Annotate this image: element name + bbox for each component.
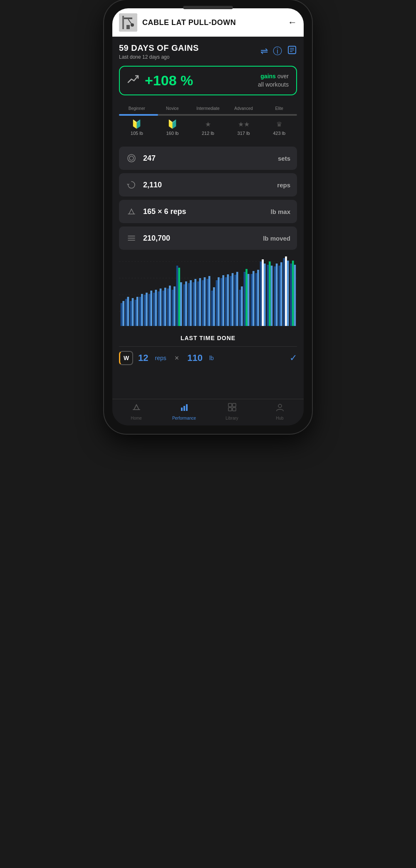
svg-rect-37	[155, 290, 157, 326]
gains-percent: +108 %	[145, 72, 193, 89]
max-value: 165 × 6 reps	[143, 207, 270, 216]
svg-rect-64	[218, 277, 220, 326]
separator: ×	[175, 354, 179, 363]
svg-rect-104	[228, 403, 232, 407]
svg-rect-92	[283, 258, 285, 326]
days-stats: 59 DAYS OF GAINS Last done 12 days ago	[119, 43, 199, 60]
svg-rect-47	[178, 268, 180, 326]
nav-home[interactable]: Home	[112, 403, 160, 420]
nav-performance[interactable]: Performance	[160, 403, 208, 420]
level-bar-fill	[119, 114, 158, 116]
svg-rect-61	[211, 291, 213, 326]
gains-card: +108 % gains overall workouts	[119, 66, 297, 95]
svg-line-12	[129, 209, 131, 214]
phone-frame: CABLE LAT PULL-DOWN ← 59 DAYS OF GAINS L…	[104, 0, 312, 434]
svg-rect-62	[213, 287, 215, 326]
level-bar-container: Beginner Novice Intermediate Advanced El…	[119, 103, 297, 139]
svg-rect-57	[202, 280, 204, 326]
svg-rect-50	[185, 281, 187, 326]
svg-rect-53	[193, 282, 195, 326]
weight-advanced: 317 lb	[238, 131, 250, 136]
svg-rect-86	[269, 261, 271, 326]
weight-intermediate: 212 lb	[202, 131, 214, 136]
moved-value: 210,700	[143, 234, 263, 243]
svg-point-10	[128, 154, 135, 162]
marker-elite: ♛ 423 lb	[261, 119, 297, 136]
level-markers: 🔰 105 lb 🔰 160 lb ★ 212 lb ★★ 317 lb	[119, 119, 297, 136]
svg-rect-38	[158, 291, 160, 326]
sets-unit: sets	[278, 155, 290, 162]
badge-elite: ♛	[274, 119, 284, 129]
weight-elite: 423 lb	[273, 131, 285, 136]
max-unit: lb max	[270, 208, 290, 215]
svg-rect-72	[236, 272, 238, 326]
svg-rect-81	[257, 270, 259, 326]
weight-beginner: 105 lb	[131, 131, 143, 136]
weight-novice: 160 lb	[166, 131, 178, 136]
last-time-label: LAST TIME DONE	[119, 335, 297, 341]
svg-rect-60	[208, 276, 210, 326]
svg-rect-75	[244, 272, 246, 326]
svg-rect-56	[199, 278, 201, 326]
svg-rect-73	[239, 290, 241, 326]
svg-rect-79	[253, 271, 255, 326]
svg-rect-83	[262, 259, 264, 326]
badge-beginner: 🔰	[132, 119, 142, 129]
svg-point-4	[131, 23, 134, 27]
performance-icon	[180, 403, 189, 414]
svg-rect-74	[241, 286, 243, 326]
gains-description: gains overall workouts	[258, 72, 289, 89]
svg-rect-105	[233, 403, 236, 407]
svg-rect-65	[220, 278, 223, 326]
svg-rect-103	[186, 404, 188, 411]
svg-rect-26	[130, 301, 132, 326]
svg-rect-96	[292, 261, 294, 326]
svg-rect-106	[228, 408, 232, 411]
phone-screen: CABLE LAT PULL-DOWN ← 59 DAYS OF GAINS L…	[112, 8, 304, 425]
workout-badge: W	[119, 351, 133, 365]
stat-sets: 247 sets	[119, 147, 297, 170]
notes-icon[interactable]	[287, 45, 297, 57]
svg-rect-95	[290, 264, 292, 326]
workout-set-row: W 12 reps × 110 lb ✓	[119, 346, 297, 369]
svg-rect-58	[204, 277, 206, 326]
library-icon	[228, 403, 237, 414]
stat-max: 165 × 6 reps lb max	[119, 200, 297, 223]
level-bar-track	[119, 114, 297, 116]
level-intermediate: Intermediate	[190, 106, 226, 111]
last-reps-value: 12	[138, 353, 148, 363]
nav-hub[interactable]: Hub	[256, 403, 304, 420]
marker-intermediate: ★ 212 lb	[190, 119, 226, 136]
svg-rect-30	[139, 297, 141, 326]
svg-rect-69	[230, 276, 232, 326]
back-button[interactable]: ←	[288, 17, 297, 28]
svg-rect-51	[188, 283, 190, 326]
svg-rect-52	[190, 280, 192, 326]
svg-rect-46	[176, 266, 178, 326]
svg-rect-41	[164, 288, 166, 326]
svg-rect-67	[225, 277, 227, 326]
svg-rect-59	[206, 279, 208, 326]
svg-rect-39	[160, 289, 162, 326]
nav-library[interactable]: Library	[208, 403, 256, 420]
svg-rect-24	[125, 299, 127, 326]
reps-icon	[126, 179, 137, 191]
svg-rect-78	[250, 274, 253, 326]
moved-unit: lb moved	[263, 235, 290, 242]
svg-rect-31	[141, 294, 143, 326]
level-novice: Novice	[155, 106, 191, 111]
badge-novice: 🔰	[167, 119, 177, 129]
svg-rect-29	[136, 297, 139, 326]
svg-rect-77	[248, 274, 250, 326]
svg-rect-101	[181, 408, 183, 411]
compare-icon[interactable]: ⇌	[260, 46, 268, 57]
svg-rect-97	[294, 265, 296, 326]
info-icon[interactable]: ⓘ	[273, 45, 282, 57]
svg-rect-94	[287, 261, 289, 326]
svg-rect-33	[146, 293, 148, 326]
moved-icon	[126, 232, 137, 244]
svg-rect-70	[232, 273, 234, 326]
last-reps-label: reps	[155, 355, 166, 361]
svg-rect-2	[124, 17, 132, 19]
marker-novice: 🔰 160 lb	[155, 119, 191, 136]
